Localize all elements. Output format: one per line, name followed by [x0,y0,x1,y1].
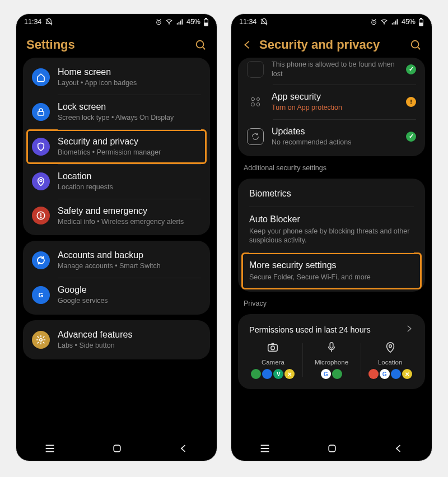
svg-line-7 [203,47,205,49]
item-subtitle: Labs • Side button [58,341,201,350]
item-title: Accounts and backup [58,250,201,261]
svg-point-12 [40,217,41,218]
item-subtitle: Secure Folder, Secure Wi-Fi, and more [249,273,414,282]
item-title: Advanced features [58,329,201,340]
app-badge [262,369,272,379]
permissions-grid: CameraV✕MicrophoneGLocationG✕ [241,339,422,387]
wifi-icon [380,18,388,26]
additional-item-biometrics[interactable]: Biometrics [241,181,422,207]
dnd-icon [260,18,268,26]
apps-icon [247,93,264,110]
settings-list: Home screenLayout • App icon badgesLock … [16,58,217,436]
android-navbar [231,436,432,461]
item-title: Safety and emergency [58,205,201,217]
app-badge [391,369,401,379]
wifi-icon [165,18,173,26]
status-time: 11:34 [24,18,41,26]
back-icon[interactable] [241,39,254,51]
sync-icon [32,251,50,269]
search-icon[interactable] [194,39,207,51]
svg-rect-8 [38,111,44,115]
alarm-icon [155,18,162,26]
svg-point-28 [271,346,274,349]
app-badge: ✕ [402,369,412,379]
svg-rect-29 [330,343,333,348]
settings-item-accounts-and-backup[interactable]: Accounts and backupManage accounts • Sma… [26,243,207,278]
item-title: Auto Blocker [249,214,414,225]
app-badge [368,369,379,379]
item-subtitle: Layout • App icon badges [58,78,201,88]
additional-item-more-security-settings[interactable]: More security settingsSecure Folder, Sec… [241,252,422,289]
device-icon [247,61,264,78]
security-item-app-security[interactable]: App securityTurn on App protection! [241,85,422,119]
item-subtitle: Google services [58,296,201,306]
item-subtitle: Screen lock type • Always On Display [58,113,201,123]
settings-group: Home screenLayout • App icon badgesLock … [23,58,210,235]
nav-home-icon[interactable] [326,443,338,454]
item-title: Updates [272,126,398,137]
svg-point-25 [412,41,419,48]
alert-icon [32,207,50,225]
item-title: Security and privacy [58,136,201,147]
svg-point-6 [197,41,204,48]
header: Security and privacy [231,30,432,58]
permissions-header[interactable]: Permissions used in last 24 hours [241,316,422,339]
status-time: 11:34 [239,18,256,26]
item-title: More security settings [249,260,414,271]
settings-item-home-screen[interactable]: Home screenLayout • App icon badges [26,60,207,95]
svg-rect-27 [268,345,278,352]
status-warn-icon: ! [406,97,416,107]
pin-icon [32,172,50,190]
location-icon [384,341,396,356]
settings-item-advanced-features[interactable]: Advanced featuresLabs • Side button [26,322,207,357]
app-badge [332,369,342,379]
settings-item-lock-screen[interactable]: Lock screenScreen lock type • Always On … [26,95,207,129]
svg-rect-24 [419,23,422,26]
android-navbar [16,436,217,461]
page-title: Settings [26,38,189,52]
app-badge: V [273,369,283,379]
google-icon: G [32,286,50,304]
permission-label: Camera [262,359,284,366]
settings-item-security-and-privacy[interactable]: Security and privacyBiometrics • Permiss… [26,129,207,164]
search-icon[interactable] [409,39,422,51]
settings-item-location[interactable]: LocationLocation requests [26,164,207,199]
battery-icon [418,18,424,26]
settings-group: Accounts and backupManage accounts • Sma… [23,241,210,315]
item-title: App security [272,91,398,102]
camera-icon [267,341,279,356]
item-subtitle: No recommended actions [272,138,398,147]
app-badge: G [380,369,390,379]
permission-location[interactable]: LocationG✕ [361,341,419,379]
app-badge: G [321,369,331,379]
nav-back-icon[interactable] [178,443,189,454]
additional-item-auto-blocker[interactable]: Auto BlockerKeep your phone safe by bloc… [241,207,422,253]
security-status-card: This phone is allowed to be found when l… [238,58,425,156]
find-my-device-row[interactable]: This phone is allowed to be found when l… [241,60,422,85]
status-battery: 45% [402,18,416,26]
permission-camera[interactable]: CameraV✕ [244,341,302,379]
settings-item-safety-and-emergency[interactable]: Safety and emergencyMedical info • Wirel… [26,199,207,233]
nav-recent-icon[interactable] [44,442,56,455]
permissions-title: Permissions used in last 24 hours [249,325,371,334]
chevron-right-icon [404,324,414,335]
home-icon [32,68,50,86]
nav-recent-icon[interactable] [259,442,271,455]
permission-apps: G✕ [368,369,412,379]
privacy-permissions-card: Permissions used in last 24 hoursCameraV… [238,314,425,389]
svg-point-21 [384,24,384,24]
item-subtitle: Medical info • Wireless emergency alerts [58,217,201,227]
svg-rect-18 [114,445,120,452]
settings-item-google[interactable]: GGoogleGoogle services [26,278,207,312]
svg-text:G: G [39,292,44,298]
permission-label: Microphone [315,359,348,366]
item-subtitle: Turn on App protection [272,103,398,113]
item-subtitle: Location requests [58,183,201,192]
nav-home-icon[interactable] [111,443,123,454]
security-item-updates[interactable]: UpdatesNo recommended actions✓ [241,119,422,154]
section-label-privacy: Privacy [238,297,425,308]
svg-rect-5 [204,23,207,26]
svg-point-9 [40,179,42,181]
permission-microphone[interactable]: MicrophoneG [302,341,361,379]
nav-back-icon[interactable] [393,443,404,454]
